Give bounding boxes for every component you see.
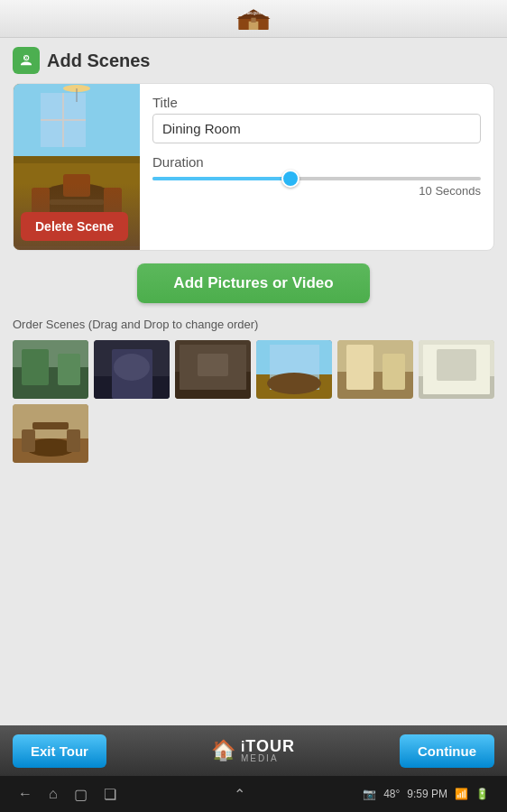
svg-rect-17 [104,188,122,215]
battery-icon: 🔋 [475,788,489,800]
home-nav-icon[interactable]: ⌂ [49,786,58,802]
list-item[interactable] [256,340,332,399]
slider-container [152,177,481,180]
scene-card: Delete Scene Title Duration 10 Seconds [13,83,494,251]
svg-point-29 [114,354,150,381]
continue-button[interactable]: Continue [400,734,494,768]
svg-rect-16 [32,188,50,215]
itour-media-text: MEDIA [241,754,279,763]
add-button-container: Add Pictures or Video [13,263,494,303]
itour-tour: TOUR [245,737,295,755]
status-bar: 📷 48° 9:59 PM 📶 🔋 [363,788,489,800]
list-item[interactable] [13,340,88,399]
exit-tour-button[interactable]: Exit Tour [13,734,106,768]
svg-rect-33 [198,354,228,376]
nav-center: ⌃ [234,786,245,803]
delete-scene-button[interactable]: Delete Scene [21,212,128,241]
svg-point-37 [267,373,321,394]
main-content: ⚙ Add Scenes [0,38,507,725]
wifi-icon: 📶 [455,788,468,800]
time-display: 9:59 PM [407,788,447,800]
svg-rect-2 [249,21,259,29]
list-item[interactable] [175,340,251,399]
svg-text:⚙: ⚙ [23,54,30,62]
list-item[interactable] [13,404,88,463]
duration-label: Duration [152,154,481,170]
svg-rect-25 [58,354,80,385]
svg-rect-51 [67,429,80,452]
section-title: Add Scenes [47,51,150,71]
brand-logo: DAHLQUIST [235,6,272,32]
itour-name: iTOUR [241,738,295,754]
svg-rect-24 [22,349,49,385]
menu-nav-icon[interactable]: ⌃ [234,786,245,803]
itour-brand: iTOUR MEDIA [241,738,295,763]
temperature-display: 48° [383,788,400,800]
itour-logo: 🏠 iTOUR MEDIA [211,738,295,763]
svg-rect-15 [50,199,104,205]
top-bar: DAHLQUIST [0,0,507,38]
scene-thumbnail: Delete Scene [14,84,140,250]
system-nav-bar: ← ⌂ ▢ ❏ ⌃ 📷 48° 9:59 PM 📶 🔋 [0,776,507,812]
svg-rect-45 [437,349,476,381]
scenes-grid [13,340,494,463]
svg-rect-41 [383,354,405,390]
section-header: ⚙ Add Scenes [13,47,494,74]
itour-house-icon: 🏠 [211,739,235,762]
nav-left-buttons: ← ⌂ ▢ ❏ [18,786,116,803]
svg-rect-40 [346,345,373,390]
camera-status-icon: 📷 [363,788,376,800]
svg-rect-49 [32,422,69,429]
order-scenes-label: Order Scenes (Drag and Drop to change or… [13,318,494,331]
list-item[interactable] [419,340,494,399]
svg-rect-10 [14,156,140,163]
logo-svg: DAHLQUIST [235,6,272,32]
recents-nav-icon[interactable]: ▢ [74,786,88,803]
list-item[interactable] [337,340,413,399]
svg-text:DAHLQUIST: DAHLQUIST [244,12,262,15]
screenshot-nav-icon[interactable]: ❏ [104,786,116,803]
title-input[interactable] [152,114,481,143]
svg-rect-18 [63,174,90,197]
svg-rect-3 [251,17,255,22]
svg-rect-50 [22,429,35,452]
add-pictures-button[interactable]: Add Pictures or Video [137,263,369,303]
add-scenes-icon: ⚙ [13,47,40,74]
back-nav-icon[interactable]: ← [18,786,32,802]
list-item[interactable] [94,340,170,399]
title-label: Title [152,95,481,110]
bottom-bar: Exit Tour 🏠 iTOUR MEDIA Continue [0,725,507,776]
scene-details: Title Duration 10 Seconds [140,84,493,250]
